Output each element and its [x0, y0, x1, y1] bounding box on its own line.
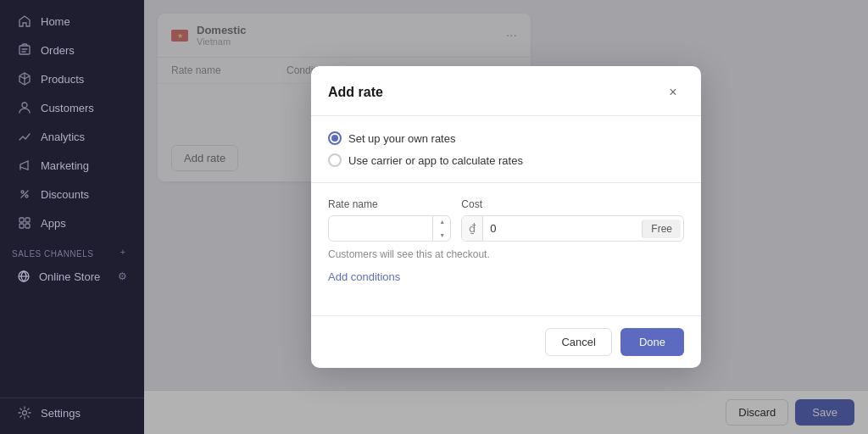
radio-own-rates[interactable]: Set up your own rates — [328, 131, 684, 145]
orders-icon — [17, 42, 32, 58]
svg-rect-0 — [19, 46, 30, 54]
cost-input-wrapper: ₫ Free — [461, 215, 684, 242]
radio-carrier-rates-label: Use carrier or app to calculate rates — [348, 154, 523, 167]
radio-carrier-rates-input[interactable] — [328, 153, 342, 167]
home-icon — [17, 14, 32, 29]
sidebar-item-products-label: Products — [41, 73, 84, 86]
sidebar-item-discounts-label: Discounts — [41, 188, 89, 201]
modal-divider — [311, 182, 701, 183]
online-store-settings-icon[interactable]: ⚙ — [118, 270, 127, 282]
discounts-icon — [17, 186, 32, 202]
radio-carrier-rates[interactable]: Use carrier or app to calculate rates — [328, 153, 684, 167]
sidebar-item-orders[interactable]: Orders — [5, 36, 139, 64]
rate-type-radio-group: Set up your own rates Use carrier or app… — [328, 131, 684, 167]
radio-own-rates-input[interactable] — [328, 131, 342, 145]
main-content: Domestic Vietnam ··· Rate name Condition… — [144, 0, 868, 434]
sidebar-item-marketing-label: Marketing — [41, 159, 89, 172]
modal-close-button[interactable]: × — [662, 81, 684, 103]
add-sales-channel-icon[interactable]: + — [120, 248, 132, 259]
analytics-icon — [17, 129, 32, 144]
sidebar-item-settings[interactable]: Settings — [5, 399, 139, 426]
sidebar-item-home[interactable]: Home — [5, 8, 139, 35]
hint-text: Customers will see this at checkout. — [328, 248, 684, 260]
customers-icon — [17, 100, 32, 115]
rate-name-label: Rate name — [328, 198, 451, 210]
sidebar-item-online-store[interactable]: Online Store ⚙ — [5, 264, 139, 289]
cost-input[interactable] — [483, 216, 639, 241]
svg-rect-4 — [19, 218, 24, 222]
form-row: Rate name ▲ ▼ Cost ₫ — [328, 198, 684, 242]
svg-point-1 — [22, 103, 27, 108]
svg-rect-5 — [25, 218, 30, 222]
add-conditions-link[interactable]: Add conditions — [328, 270, 400, 283]
settings-label: Settings — [41, 407, 81, 420]
marketing-icon — [17, 158, 32, 173]
products-icon — [17, 71, 32, 86]
sidebar-item-apps[interactable]: Apps — [5, 209, 139, 236]
sidebar-item-analytics[interactable]: Analytics — [5, 123, 139, 150]
svg-rect-7 — [25, 224, 30, 228]
sidebar-item-orders-label: Orders — [41, 44, 75, 57]
settings-icon — [17, 405, 32, 420]
sidebar-item-analytics-label: Analytics — [41, 131, 85, 143]
radio-own-rates-label: Set up your own rates — [348, 132, 455, 145]
arrow-up-icon[interactable]: ▲ — [433, 215, 451, 229]
cost-group: Cost ₫ Free — [461, 198, 684, 242]
modal-footer: Cancel Done — [311, 315, 701, 368]
svg-point-3 — [25, 195, 28, 198]
rate-name-arrows: ▲ ▼ — [432, 215, 451, 242]
modal-body: Set up your own rates Use carrier or app… — [311, 116, 701, 315]
sales-channels-section: SALES CHANNELS + — [0, 237, 144, 263]
sidebar-item-customers-label: Customers — [41, 102, 94, 114]
sidebar-item-discounts[interactable]: Discounts — [5, 181, 139, 208]
cost-label: Cost — [461, 198, 684, 210]
sidebar: Home Orders Products Customers — [0, 0, 144, 434]
rate-name-input-wrapper: ▲ ▼ — [328, 215, 451, 242]
online-store-icon — [17, 270, 31, 283]
sidebar-item-products[interactable]: Products — [5, 65, 139, 92]
add-rate-modal: Add rate × Set up your own rates Use car… — [311, 66, 701, 368]
modal-header: Add rate × — [311, 66, 701, 116]
apps-icon — [17, 215, 32, 231]
svg-point-2 — [21, 191, 24, 193]
sidebar-item-apps-label: Apps — [41, 217, 66, 230]
modal-overlay: Add rate × Set up your own rates Use car… — [144, 0, 868, 434]
rate-name-group: Rate name ▲ ▼ — [328, 198, 451, 242]
modal-title: Add rate — [328, 85, 383, 100]
svg-point-9 — [23, 411, 27, 415]
sidebar-footer: Settings — [0, 398, 144, 427]
svg-rect-6 — [19, 224, 24, 228]
cancel-button[interactable]: Cancel — [545, 328, 611, 356]
cost-prefix: ₫ — [462, 216, 483, 241]
sidebar-item-marketing[interactable]: Marketing — [5, 152, 139, 179]
sidebar-item-home-label: Home — [41, 15, 70, 28]
free-badge: Free — [642, 220, 681, 238]
sidebar-item-customers[interactable]: Customers — [5, 94, 139, 121]
online-store-label: Online Store — [39, 270, 100, 283]
done-button[interactable]: Done — [620, 328, 684, 356]
arrow-down-icon[interactable]: ▼ — [433, 229, 451, 242]
